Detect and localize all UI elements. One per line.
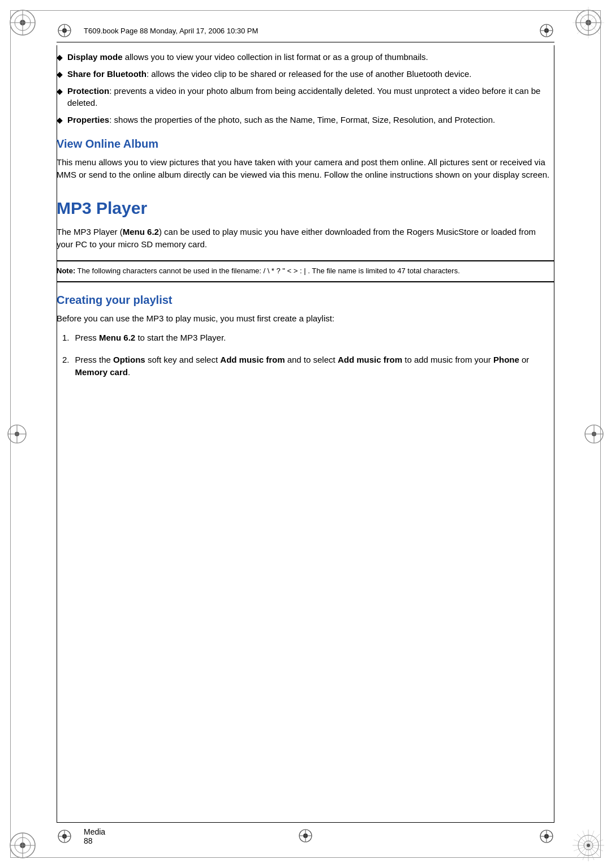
note-text: The following characters cannot be used … [78,267,460,275]
view-online-album-heading: View Online Album [57,137,554,151]
bullet-list: ◆ Display mode allows you to view your v… [57,51,554,126]
bullet-diamond-1: ◆ [57,51,63,63]
bullet-item-properties: ◆ Properties: shows the properties of th… [57,114,554,126]
mp3-player-heading: MP3 Player [57,199,554,218]
bullet-item-protection: ◆ Protection: prevents a video in your p… [57,85,554,110]
step-1-text: Press Menu 6.2 to start the MP3 Player. [75,332,554,345]
bullet-text-bluetooth: Share for Bluetooth: allows the video cl… [67,68,554,80]
header-crosshair-left [57,23,72,38]
side-mark-right [583,423,605,445]
view-online-album-section: View Online Album This menu allows you t… [57,137,554,182]
mp3-player-section: MP3 Player The MP3 Player (Menu 6.2) can… [57,199,554,251]
header-text: T609.book Page 88 Monday, April 17, 2006… [84,27,527,35]
bullet-item-bluetooth: ◆ Share for Bluetooth: allows the video … [57,68,554,80]
note-label: Note: [57,267,75,275]
bullet-diamond-3: ◆ [57,85,63,110]
footer-crosshair-right [539,828,554,844]
page-header: T609.book Page 88 Monday, April 17, 2006… [57,23,554,42]
footer-center-crosshair [298,828,313,845]
numbered-item-1: 1. Press Menu 6.2 to start the MP3 Playe… [62,332,554,345]
mp3-player-body: The MP3 Player (Menu 6.2) can be used to… [57,226,554,251]
page-footer: Media 88 [57,827,554,845]
bullet-text-display-mode: Display mode allows you to view your vid… [67,51,554,63]
header-crosshair-right [539,23,554,38]
numbered-item-2: 2. Press the Options soft key and select… [62,354,554,379]
footer-crosshair-left [57,828,72,844]
bullet-item-display-mode: ◆ Display mode allows you to view your v… [57,51,554,63]
bullet-text-protection: Protection: prevents a video in your pho… [67,85,554,110]
bullet-diamond-2: ◆ [57,68,63,80]
bottom-rule [57,822,554,823]
bullet-text-properties: Properties: shows the properties of the … [67,114,554,126]
step-2-text: Press the Options soft key and select Ad… [75,354,554,379]
creating-playlist-section: Creating your playlist Before you can us… [57,294,554,379]
note-box: Note: The following characters cannot be… [57,260,554,282]
content-area: ◆ Display mode allows you to view your v… [57,51,554,817]
view-online-album-body: This menu allows you to view pictures th… [57,156,554,182]
numbered-list: 1. Press Menu 6.2 to start the MP3 Playe… [62,332,554,379]
step-2-number: 2. [62,354,70,379]
creating-playlist-intro: Before you can use the MP3 to play music… [57,312,554,325]
creating-playlist-heading: Creating your playlist [57,294,554,307]
bullet-diamond-4: ◆ [57,114,63,126]
step-1-number: 1. [62,332,70,345]
side-mark-left [6,423,28,445]
